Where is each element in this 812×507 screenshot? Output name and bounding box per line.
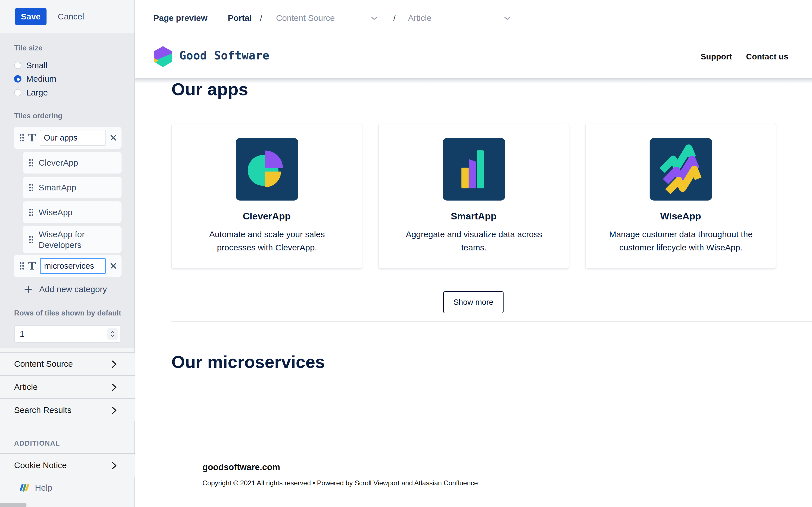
sidebar-item-cookie-notice[interactable]: Cookie Notice <box>0 454 135 477</box>
app-name: CleverApp <box>172 211 362 222</box>
sidebar-item-label: Cookie Notice <box>14 454 67 476</box>
additional-section-label: ADDITIONAL <box>14 439 60 447</box>
breadcrumb-separator: / <box>393 0 396 36</box>
breadcrumb-content-source-select[interactable]: Content Source <box>276 0 335 36</box>
text-format-icon: T <box>28 261 36 271</box>
rows-of-tiles-label: Rows of tiles shown by default <box>14 309 121 318</box>
drag-handle-icon[interactable] <box>29 183 34 192</box>
sidebar-item-label: Content Source <box>14 353 73 375</box>
close-icon[interactable] <box>110 262 117 270</box>
radio-label: Small <box>26 61 47 70</box>
app-card-cleverapp: CleverApp Automate and scale your sales … <box>171 124 362 269</box>
rows-of-tiles-input[interactable] <box>14 325 120 343</box>
close-icon[interactable] <box>110 134 117 142</box>
radio-label: Medium <box>26 74 56 83</box>
tile-item-wiseapp[interactable]: WiseApp <box>23 202 121 223</box>
footer-copyright: Copyright © 2021 All rights reserved • P… <box>202 479 478 487</box>
site-nav-support[interactable]: Support <box>701 52 732 61</box>
add-new-category-label: Add new category <box>39 284 107 294</box>
breadcrumb-portal[interactable]: Portal <box>228 0 252 36</box>
drag-handle-icon[interactable] <box>29 159 34 167</box>
category-row-our-apps: T <box>14 127 121 149</box>
breadcrumb-separator: / <box>260 0 262 36</box>
tile-item-label: WiseApp for Developers <box>39 229 98 250</box>
number-stepper[interactable] <box>107 328 117 340</box>
footer-domain: goodsoftware.com <box>202 462 280 472</box>
radio-icon[interactable] <box>14 89 21 96</box>
editor-sidebar: Save Cancel Tile size Small Medium Large… <box>0 0 135 507</box>
app-description: Automate and scale your sales processes … <box>194 228 340 254</box>
sidebar-item-content-source[interactable]: Content Source <box>0 352 135 375</box>
drag-handle-icon[interactable] <box>19 262 24 270</box>
app-description: Manage customer data throughout the cust… <box>608 228 754 254</box>
save-bar: Save Cancel <box>0 0 135 33</box>
drag-handle-icon[interactable] <box>29 208 34 217</box>
cancel-button[interactable]: Cancel <box>58 8 84 25</box>
our-apps-heading: Our apps <box>171 79 248 99</box>
tiles-ordering-label: Tiles ordering <box>14 112 62 120</box>
tile-size-label: Tile size <box>14 44 43 52</box>
radio-selected-icon[interactable] <box>14 75 21 82</box>
tile-item-label: CleverApp <box>39 158 78 168</box>
radio-tile-size-small[interactable]: Small <box>14 59 47 71</box>
pie-chart-icon <box>236 138 298 201</box>
site-nav-contact-us[interactable]: Contact us <box>746 52 788 61</box>
site-preview: Good Software Support Contact us Our app… <box>135 36 812 507</box>
section-divider <box>171 321 812 322</box>
tile-item-label: SmartApp <box>39 182 76 193</box>
app-name: SmartApp <box>378 211 569 222</box>
chevron-down-icon[interactable] <box>370 16 378 20</box>
our-microservices-heading: Our microservices <box>171 352 325 372</box>
sidebar-item-article[interactable]: Article <box>0 375 135 398</box>
sidebar-item-label: Search Results <box>14 399 71 421</box>
category-name-input[interactable] <box>40 130 106 146</box>
brand-name[interactable]: Good Software <box>179 49 269 62</box>
chevron-right-icon <box>111 383 117 392</box>
radio-label: Large <box>26 88 48 98</box>
app-card-smartapp: SmartApp Aggregate and visualize data ac… <box>378 124 569 269</box>
bar-chart-icon <box>443 138 505 201</box>
show-more-button[interactable]: Show more <box>443 291 504 313</box>
help-logo-icon <box>18 482 31 493</box>
tile-item-label: WiseApp <box>39 207 72 218</box>
horizontal-scrollbar-thumb[interactable] <box>0 503 27 507</box>
help-label: Help <box>35 483 52 493</box>
chevron-right-icon <box>111 406 117 415</box>
radio-icon[interactable] <box>14 62 21 69</box>
chevron-right-icon <box>111 461 117 470</box>
sidebar-item-search-results[interactable]: Search Results <box>0 398 135 421</box>
stepper-chevrons-icon <box>110 330 115 338</box>
breadcrumb-article-select[interactable]: Article <box>408 0 432 36</box>
plus-icon <box>24 285 32 293</box>
text-format-icon: T <box>28 133 36 143</box>
help-button[interactable]: Help <box>0 477 135 499</box>
drag-handle-icon[interactable] <box>29 235 34 244</box>
app-name: WiseApp <box>586 211 776 222</box>
good-software-logo-icon <box>153 46 173 68</box>
drag-handle-icon[interactable] <box>19 133 24 142</box>
tile-item-smartapp[interactable]: SmartApp <box>23 177 121 198</box>
chevron-right-icon <box>111 360 117 369</box>
app-description: Aggregate and visualize data across team… <box>401 228 547 254</box>
sidebar-item-label: Article <box>14 376 38 398</box>
add-new-category-button[interactable]: Add new category <box>24 283 107 296</box>
zigzag-lines-icon <box>650 138 712 201</box>
category-name-input-focused[interactable] <box>40 258 106 274</box>
preview-topbar: Page preview Portal / Content Source / A… <box>135 0 812 36</box>
radio-tile-size-medium[interactable]: Medium <box>14 73 56 85</box>
chevron-down-icon[interactable] <box>504 16 511 20</box>
tile-item-cleverapp[interactable]: CleverApp <box>23 152 121 173</box>
page-preview-label: Page preview <box>153 0 207 36</box>
app-card-wiseapp: WiseApp Manage customer data throughout … <box>585 124 776 269</box>
radio-tile-size-large[interactable]: Large <box>14 87 48 99</box>
category-row-microservices: T <box>14 255 121 277</box>
save-button[interactable]: Save <box>15 8 47 25</box>
tile-item-wiseapp-for-developers[interactable]: WiseApp for Developers <box>23 226 121 253</box>
